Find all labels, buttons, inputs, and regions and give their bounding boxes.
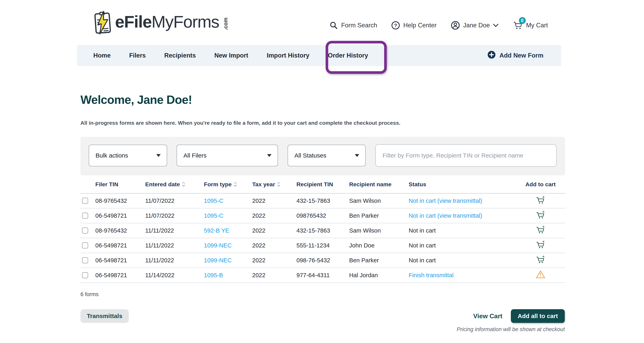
cell-form-type-link[interactable]: 592-B YE bbox=[202, 227, 250, 234]
forms-count-summary: 6 forms bbox=[80, 291, 98, 298]
cell-status: Not in cart bbox=[406, 227, 516, 234]
cell-entered-date: 11/11/2022 bbox=[143, 227, 202, 234]
cell-tax-year: 2022 bbox=[250, 272, 294, 278]
forms-table: Filer TIN Entered date Form type Tax yea… bbox=[80, 176, 565, 283]
cell-status: Not in cart bbox=[406, 257, 516, 264]
form-search-button[interactable]: Form Search bbox=[330, 21, 377, 30]
cell-form-type-link[interactable]: 1099-NEC bbox=[202, 242, 250, 249]
cart-plus-icon[interactable] bbox=[536, 225, 545, 236]
cell-filer-tin: 06-5498721 bbox=[93, 257, 143, 264]
sort-chevrons-icon bbox=[182, 182, 185, 186]
all-statuses-label: All Statuses bbox=[294, 152, 326, 159]
cart-plus-icon[interactable] bbox=[536, 195, 545, 206]
help-center-button[interactable]: ? Help Center bbox=[391, 21, 436, 30]
dropdown-caret-icon bbox=[267, 154, 272, 157]
warning-triangle-icon[interactable] bbox=[536, 270, 545, 281]
clipboard-lightning-icon bbox=[94, 11, 112, 36]
cell-filer-tin: 06-5498721 bbox=[93, 242, 143, 249]
brand-logo[interactable]: eFileMyForms.com bbox=[94, 11, 232, 36]
cell-recipient-name: Sam Wilson bbox=[347, 227, 406, 234]
form-search-label: Form Search bbox=[341, 22, 377, 29]
cart-icon: 0 bbox=[512, 20, 523, 30]
cell-recipient-name: John Doe bbox=[347, 242, 406, 249]
status-text[interactable]: Not in cart (view transmittal) bbox=[409, 212, 482, 219]
search-icon bbox=[330, 21, 338, 30]
cell-status: Not in cart bbox=[406, 242, 516, 249]
cell-status: Finish transmittal bbox=[406, 272, 516, 278]
nav-item-recipients[interactable]: Recipients bbox=[164, 52, 196, 59]
cell-tax-year: 2022 bbox=[250, 227, 294, 234]
nav-item-new-import[interactable]: New Import bbox=[214, 52, 248, 59]
column-header-add-to-cart: Add to cart bbox=[516, 181, 565, 188]
column-header-form-type[interactable]: Form type bbox=[202, 181, 250, 188]
dropdown-caret-icon bbox=[355, 154, 359, 157]
dropdown-caret-icon bbox=[156, 154, 161, 157]
status-text[interactable]: Finish transmittal bbox=[409, 272, 454, 278]
transmittals-button[interactable]: Transmittals bbox=[80, 309, 129, 323]
cell-recipient-tin: 098765432 bbox=[294, 212, 347, 219]
table-row: 08-9765432 11/07/2022 1095-C 2022 432-15… bbox=[80, 194, 565, 208]
row-checkbox[interactable] bbox=[82, 228, 88, 234]
cell-form-type-link[interactable]: 1095-C bbox=[202, 212, 250, 219]
page-title: Welcome, Jane Doe! bbox=[80, 93, 192, 106]
row-checkbox[interactable] bbox=[82, 272, 88, 278]
all-filers-dropdown[interactable]: All Filers bbox=[176, 145, 278, 166]
table-header-row: Filer TIN Entered date Form type Tax yea… bbox=[80, 176, 565, 194]
cell-entered-date: 11/11/2022 bbox=[143, 242, 202, 249]
row-checkbox[interactable] bbox=[82, 242, 88, 248]
chevron-down-icon bbox=[493, 24, 498, 27]
table-row: 06-5498721 11/11/2022 1099-NEC 2022 098-… bbox=[80, 253, 565, 268]
nav-item-import-history[interactable]: Import History bbox=[267, 52, 309, 59]
page-subtitle: All in-progress forms are shown here. Wh… bbox=[80, 120, 400, 126]
column-header-status: Status bbox=[406, 181, 516, 188]
column-header-entered-date[interactable]: Entered date bbox=[143, 181, 202, 188]
status-text: Not in cart bbox=[409, 227, 436, 234]
nav-item-home[interactable]: Home bbox=[93, 52, 110, 59]
cell-form-type-link[interactable]: 1099-NEC bbox=[202, 257, 250, 264]
cell-recipient-tin: 098-76-5432 bbox=[294, 257, 347, 264]
cell-recipient-name: Hal Jordan bbox=[347, 272, 406, 278]
utility-nav: Form Search ? Help Center Jane Doe bbox=[330, 17, 548, 34]
row-checkbox[interactable] bbox=[82, 198, 88, 204]
nav-item-order-history[interactable]: Order History bbox=[328, 52, 368, 59]
nav-item-filers[interactable]: Filers bbox=[129, 52, 146, 59]
add-all-to-cart-button[interactable]: Add all to cart bbox=[511, 309, 565, 323]
table-row: 08-9765432 11/11/2022 592-B YE 2022 432-… bbox=[80, 223, 565, 238]
cell-entered-date: 11/11/2022 bbox=[143, 257, 202, 264]
plus-circle-icon bbox=[487, 50, 496, 60]
main-nav: Home Filers Recipients New Import Import… bbox=[77, 45, 561, 66]
cell-filer-tin: 06-5498721 bbox=[93, 212, 143, 219]
add-new-form-button[interactable]: Add New Form bbox=[487, 50, 544, 60]
my-cart-button[interactable]: 0 My Cart bbox=[512, 20, 548, 30]
help-icon: ? bbox=[391, 21, 400, 30]
cart-count-badge: 0 bbox=[519, 17, 526, 24]
column-header-tax-year[interactable]: Tax year bbox=[250, 181, 294, 188]
cell-form-type-link[interactable]: 1095-B bbox=[202, 272, 250, 278]
filter-search-input[interactable] bbox=[375, 144, 557, 167]
cell-tax-year: 2022 bbox=[250, 197, 294, 204]
help-center-label: Help Center bbox=[403, 22, 436, 29]
cart-plus-icon[interactable] bbox=[536, 210, 545, 221]
view-cart-button[interactable]: View Cart bbox=[473, 312, 502, 320]
filter-panel: Bulk actions All Filers All Statuses bbox=[80, 137, 565, 176]
user-menu[interactable]: Jane Doe bbox=[451, 21, 498, 30]
pricing-note: Pricing information will be shown at che… bbox=[457, 326, 565, 332]
status-text[interactable]: Not in cart (view transmittal) bbox=[409, 197, 482, 204]
cell-status: Not in cart (view transmittal) bbox=[406, 212, 516, 219]
column-header-filer-tin: Filer TIN bbox=[93, 181, 143, 188]
cell-recipient-tin: 432-15-7863 bbox=[294, 227, 347, 234]
my-cart-label: My Cart bbox=[526, 22, 548, 29]
user-name-label: Jane Doe bbox=[463, 22, 490, 29]
bulk-actions-label: Bulk actions bbox=[96, 152, 128, 159]
cell-form-type-link[interactable]: 1095-C bbox=[202, 197, 250, 204]
bulk-actions-dropdown[interactable]: Bulk actions bbox=[89, 145, 167, 166]
cell-tax-year: 2022 bbox=[250, 257, 294, 264]
table-body: 08-9765432 11/07/2022 1095-C 2022 432-15… bbox=[80, 194, 565, 283]
row-checkbox[interactable] bbox=[82, 257, 88, 263]
cart-plus-icon[interactable] bbox=[536, 240, 545, 251]
cell-recipient-tin: 432-15-7863 bbox=[294, 197, 347, 204]
row-checkbox[interactable] bbox=[82, 213, 88, 219]
all-statuses-dropdown[interactable]: All Statuses bbox=[288, 145, 366, 166]
cart-plus-icon[interactable] bbox=[536, 255, 545, 266]
column-header-recipient-name: Recipient name bbox=[347, 181, 406, 188]
